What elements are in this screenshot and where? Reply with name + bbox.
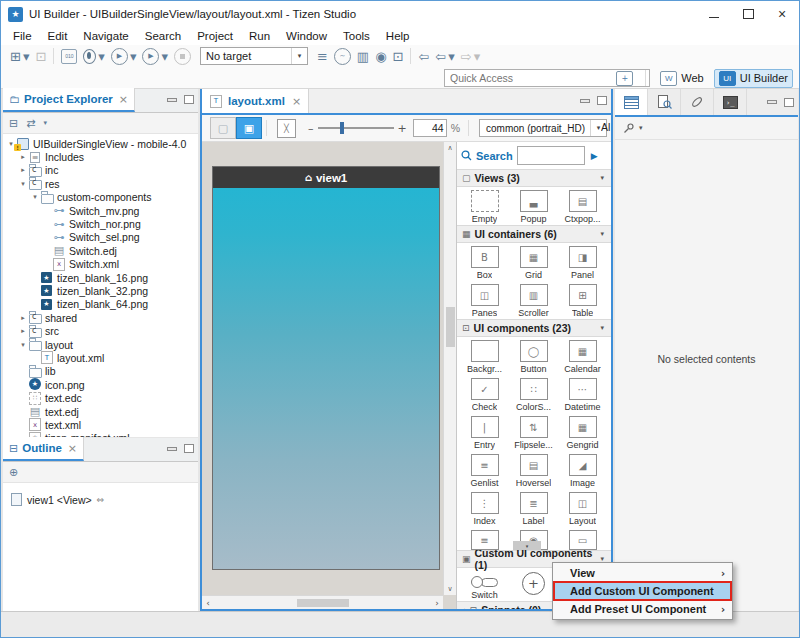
maximize-panel-icon[interactable] (784, 98, 794, 107)
maximize-panel-icon[interactable] (184, 444, 194, 453)
tab-preview[interactable] (648, 89, 681, 115)
palette-item-layout[interactable]: ◫Layout (558, 492, 607, 526)
palette-section-ui-components-23-[interactable]: ⊡UI components (23)▾ (457, 319, 611, 337)
tree-item[interactable]: ▸cinc (3, 164, 198, 177)
palette-item-box[interactable]: BBox (460, 246, 509, 280)
package-manager-button[interactable]: ▥ (357, 47, 369, 65)
close-icon[interactable]: × (119, 93, 128, 106)
chevron-right-icon[interactable]: ▸ (18, 314, 28, 322)
palette-item-popup[interactable]: ▃Popup (509, 190, 558, 224)
palette-search-input[interactable] (517, 146, 585, 165)
maximize-button[interactable] (731, 1, 765, 27)
palette-item-calendar[interactable]: ▦Calendar (558, 340, 607, 374)
maximize-editor-icon[interactable] (597, 96, 607, 105)
last-edit-location-button[interactable]: ⇦ (418, 47, 429, 65)
chevron-down-icon[interactable]: ▾ (18, 341, 28, 349)
certificate-manager-button[interactable]: ◉ (375, 47, 386, 65)
palette-item-datetime[interactable]: ⋯Datetime (558, 378, 607, 412)
chevron-right-icon[interactable]: ▸ (18, 327, 28, 335)
palette-item-partial[interactable]: ≡ (460, 530, 509, 550)
menu-search[interactable]: Search (137, 30, 189, 42)
context-menu-item-add-custom-ui-component[interactable]: Add Custom UI Component (553, 582, 732, 600)
palette-item-entry[interactable]: |Entry (460, 416, 509, 450)
profile-button[interactable]: ▶▾ (142, 47, 168, 65)
close-button[interactable]: × (765, 1, 799, 27)
palette-item-genlist[interactable]: ≡Genlist (460, 454, 509, 488)
palette-item-label[interactable]: ≣Label (509, 492, 558, 526)
tab-console[interactable]: ›_ (714, 89, 747, 115)
run-button[interactable]: ▶▾ (111, 47, 137, 65)
tree-item[interactable]: tizen_blank_16.png (3, 271, 198, 284)
palette-item-flipsele-[interactable]: ⇅Flipsele... (509, 416, 558, 450)
new-project-button[interactable]: ⊞▾ (10, 47, 29, 65)
maximize-panel-icon[interactable] (184, 95, 194, 104)
design-canvas[interactable]: ⌂ view1 ∧ ∨ ‹ › (202, 142, 456, 609)
palette-scroll-down-button[interactable]: ▾ (513, 541, 541, 550)
view1-canvas[interactable]: ⌂ view1 (212, 166, 440, 570)
palette-item-button[interactable]: ◯Button (509, 340, 558, 374)
tree-item[interactable]: ▾custom-components (3, 191, 198, 204)
search-run-icon[interactable]: ▶ (591, 151, 598, 161)
chevron-down-icon[interactable]: ▾ (600, 324, 604, 332)
launch-config-button[interactable]: ≡ (317, 47, 328, 65)
resolution-selector[interactable]: common (portrait_HD) ▾ (479, 119, 607, 137)
menu-edit[interactable]: Edit (40, 30, 76, 42)
tree-item[interactable]: Switch_mv.png (3, 204, 198, 217)
perspective-ui-builder-button[interactable]: UIUI Builder (714, 69, 793, 88)
context-menu-item-add-preset-ui-component[interactable]: Add Preset UI Component› (553, 600, 732, 618)
zoom-slider-track[interactable] (318, 127, 394, 129)
tree-item[interactable]: Switch_nor.png (3, 217, 198, 230)
tree-item[interactable]: text.xml (3, 418, 198, 431)
stop-button[interactable] (174, 47, 191, 65)
palette-item-colors-[interactable]: ∷ColorS... (509, 378, 558, 412)
emulator-manager-button[interactable]: ⊡ (392, 47, 403, 65)
scroll-up-icon[interactable]: ∧ (444, 142, 456, 154)
add-custom-component-button[interactable]: + (509, 571, 558, 600)
fit-to-window-button[interactable]: ╳ (277, 119, 296, 138)
tree-item[interactable]: Switch.edj (3, 244, 198, 257)
link-with-editor-icon[interactable]: ⇄ (26, 117, 35, 130)
tree-item[interactable]: ▾UIBuilderSingleView - mobile-4.0 (3, 137, 198, 150)
horizontal-scrollbar[interactable]: ‹ › (202, 595, 443, 609)
source-view-button[interactable]: ▢ (210, 117, 236, 139)
tree-item[interactable]: ▸Includes (3, 150, 198, 163)
close-icon[interactable]: × (68, 442, 77, 455)
palette-item-hoversel[interactable]: ▤Hoversel (509, 454, 558, 488)
palette-item-empty[interactable]: Empty (460, 190, 509, 224)
project-explorer-tab[interactable]: 🗀 Project Explorer × (3, 88, 135, 112)
palette-item-table[interactable]: ⊞Table (558, 284, 607, 318)
tree-item[interactable]: ▸cshared (3, 311, 198, 324)
palette-item-gengrid[interactable]: ▦Gengrid (558, 416, 607, 450)
menu-project[interactable]: Project (189, 30, 241, 42)
debug-button[interactable]: ▾ (83, 47, 105, 65)
tree-item[interactable]: lib (3, 365, 198, 378)
chevron-down-icon[interactable]: ▾ (18, 180, 28, 188)
tree-item[interactable]: tizen_blank_64.png (3, 298, 198, 311)
menu-help[interactable]: Help (378, 30, 418, 42)
chevron-down-icon[interactable]: ▾ (600, 174, 604, 182)
zoom-value-input[interactable] (413, 119, 447, 137)
tree-item[interactable]: ▸csrc (3, 324, 198, 337)
tab-layout-xml[interactable]: layout.xml × (202, 89, 309, 113)
chevron-right-icon[interactable]: ▸ (18, 166, 28, 174)
minimize-panel-icon[interactable] (167, 98, 177, 102)
add-view-icon[interactable]: ⊕ (9, 466, 18, 479)
tree-item[interactable]: icon.png (3, 378, 198, 391)
pin-icon[interactable] (623, 122, 635, 134)
chevron-down-icon[interactable]: ▾ (600, 230, 604, 238)
tab-properties[interactable] (615, 89, 648, 115)
zoom-out-icon[interactable]: – (308, 122, 314, 135)
menu-window[interactable]: Window (278, 30, 335, 42)
context-menu-item-view[interactable]: View› (553, 564, 732, 582)
collapse-all-icon[interactable]: ⊟ (9, 117, 18, 130)
outline-tab[interactable]: ⊟ Outline × (3, 437, 84, 461)
zoom-slider-thumb[interactable] (340, 122, 344, 134)
minimize-editor-icon[interactable] (580, 99, 590, 103)
chevron-right-icon[interactable]: ▸ (18, 153, 28, 161)
minimize-panel-icon[interactable] (167, 447, 177, 451)
tree-item[interactable]: ▾cres (3, 177, 198, 190)
scroll-left-icon[interactable]: ‹ (202, 598, 214, 608)
palette-section-ui-containers-6-[interactable]: ▦UI containers (6)▾ (457, 225, 611, 243)
palette-item-grid[interactable]: ▦Grid (509, 246, 558, 280)
tree-item[interactable]: Switch.xml (3, 258, 198, 271)
